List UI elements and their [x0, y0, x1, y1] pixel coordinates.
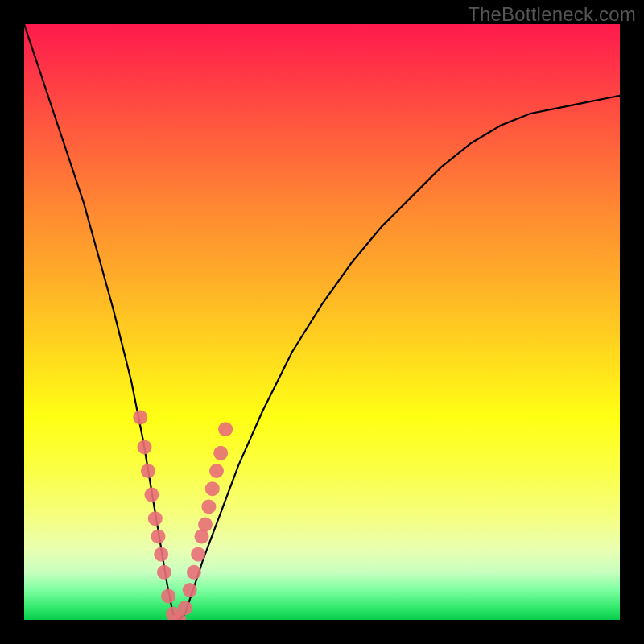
marker-dot — [157, 565, 171, 580]
marker-dot — [148, 511, 163, 526]
highlight-markers — [133, 410, 233, 620]
marker-dot — [151, 529, 166, 543]
marker-dot — [205, 481, 220, 496]
marker-dot — [209, 464, 224, 478]
marker-dot — [183, 583, 197, 597]
plot-area — [24, 24, 620, 620]
marker-dot — [161, 588, 175, 603]
curve-path — [24, 24, 620, 620]
marker-dot — [154, 547, 168, 562]
marker-dot — [213, 446, 228, 460]
watermark-text: TheBottleneck.com — [468, 3, 636, 26]
marker-dot — [218, 422, 233, 436]
marker-dot — [133, 410, 147, 424]
marker-dot — [144, 488, 159, 502]
marker-dot — [141, 464, 155, 478]
curve-layer — [24, 24, 620, 620]
marker-dot — [198, 518, 213, 532]
marker-dot — [201, 499, 216, 514]
bottleneck-curve — [24, 24, 620, 620]
marker-dot — [191, 547, 205, 562]
marker-dot — [187, 565, 201, 580]
marker-dot — [138, 440, 152, 454]
marker-dot — [178, 601, 192, 615]
chart-frame: TheBottleneck.com — [0, 0, 644, 644]
